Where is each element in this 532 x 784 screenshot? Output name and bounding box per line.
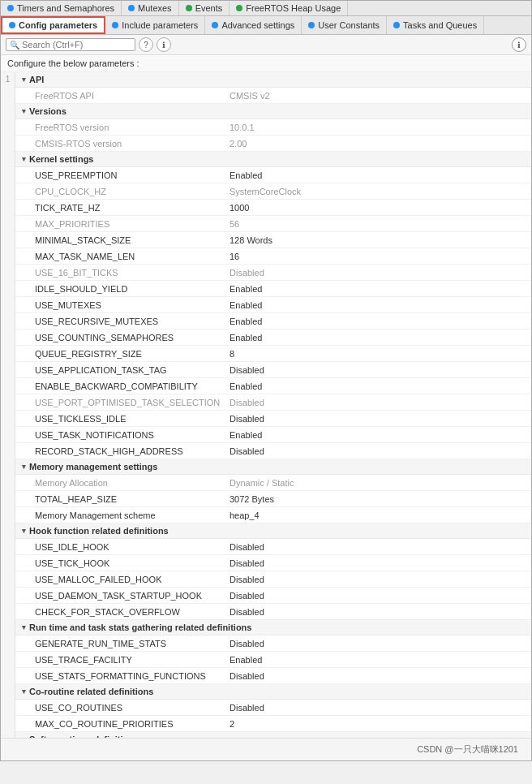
param-value: Enabled xyxy=(230,333,525,342)
tab-dot xyxy=(112,22,118,28)
tab-row-1: Timers and Semaphores Mutexes Events Fre… xyxy=(1,1,531,16)
param-name: MAX_TASK_NAME_LEN xyxy=(35,252,230,261)
param-name: ENABLE_BACKWARD_COMPATIBILITY xyxy=(35,381,230,391)
param-row[interactable]: USE_RECURSIVE_MUTEXESEnabled xyxy=(15,313,531,330)
section-label: Memory management settings xyxy=(29,462,157,472)
param-row[interactable]: USE_IDLE_HOOKDisabled xyxy=(15,539,531,555)
section-header-runtime[interactable]: ▾ Run time and task stats gathering rela… xyxy=(15,620,531,635)
tab-dot xyxy=(7,5,14,11)
param-row[interactable]: CPU_CLOCK_HZSystemCoreClock xyxy=(15,183,531,200)
section-header-memory[interactable]: ▾ Memory management settings xyxy=(15,459,531,475)
tab-dot xyxy=(128,5,135,11)
section-header-hook[interactable]: ▾ Hook function related definitions xyxy=(15,523,531,539)
param-row[interactable]: MAX_TASK_NAME_LEN16 xyxy=(15,248,531,265)
tab-freertos-heap[interactable]: FreeRTOS Heap Usage xyxy=(230,1,348,15)
param-row[interactable]: Memory Management schemeheap_4 xyxy=(15,507,531,523)
param-row[interactable]: RECORD_STACK_HIGH_ADDRESSDisabled xyxy=(15,443,531,459)
param-row[interactable]: MAX_CO_ROUTINE_PRIORITIES2 xyxy=(15,716,531,732)
param-value: Disabled xyxy=(230,558,525,568)
param-row[interactable]: TICK_RATE_HZ1000 xyxy=(15,200,531,216)
param-row[interactable]: USE_16_BIT_TICKSDisabled xyxy=(15,265,531,281)
param-row[interactable]: MAX_PRIORITIES56 xyxy=(15,216,531,232)
section-header-versions[interactable]: ▾ Versions xyxy=(15,104,531,119)
param-row[interactable]: Memory AllocationDynamic / Static xyxy=(15,475,531,491)
param-row[interactable]: USE_TRACE_FACILITYEnabled xyxy=(15,652,531,668)
param-value: SystemCoreClock xyxy=(230,187,525,196)
section-header-api[interactable]: ▾ API xyxy=(15,72,531,88)
tab-include-params[interactable]: Include parameters xyxy=(105,16,205,34)
param-row[interactable]: USE_TICK_HOOKDisabled xyxy=(15,555,531,571)
param-row[interactable]: TOTAL_HEAP_SIZE3072 Bytes xyxy=(15,491,531,507)
footer: CSDN @一只大喵咪1201 xyxy=(1,738,531,760)
info-button-right[interactable]: ℹ xyxy=(512,37,526,52)
param-row[interactable]: USE_TICKLESS_IDLEDisabled xyxy=(15,411,531,427)
param-value: Disabled xyxy=(230,268,525,278)
search-input[interactable] xyxy=(22,40,119,50)
tab-tasks-queues[interactable]: Tasks and Queues xyxy=(387,16,484,34)
param-value: Dynamic / Static xyxy=(230,478,525,488)
param-row[interactable]: USE_TASK_NOTIFICATIONSEnabled xyxy=(15,427,531,443)
section-label: Co-routine related definitions xyxy=(29,687,153,696)
param-name: USE_RECURSIVE_MUTEXES xyxy=(35,317,230,326)
toolbar: 🔍 ? ℹ ℹ xyxy=(1,35,531,55)
param-row[interactable]: FreeRTOS version10.0.1 xyxy=(15,119,531,136)
param-name: USE_IDLE_HOOK xyxy=(35,542,230,552)
param-name: USE_MALLOC_FAILED_HOOK xyxy=(35,575,230,584)
param-row[interactable]: USE_COUNTING_SEMAPHORESEnabled xyxy=(15,330,531,346)
param-value: CMSIS v2 xyxy=(230,91,525,101)
param-row[interactable]: USE_MALLOC_FAILED_HOOKDisabled xyxy=(15,571,531,588)
param-row[interactable]: USE_DAEMON_TASK_STARTUP_HOOKDisabled xyxy=(15,588,531,604)
help-icon-button[interactable]: ? xyxy=(139,37,153,52)
param-row[interactable]: USE_PREEMPTIONEnabled xyxy=(15,167,531,183)
section-header-coroutine[interactable]: ▾ Co-routine related definitions xyxy=(15,684,531,700)
param-value: Disabled xyxy=(230,671,525,681)
param-row[interactable]: USE_APPLICATION_TASK_TAGDisabled xyxy=(15,362,531,378)
param-name: Memory Management scheme xyxy=(35,510,230,520)
tab-config-params[interactable]: Config parameters xyxy=(1,16,105,34)
param-row[interactable]: CMSIS-RTOS version2.00 xyxy=(15,136,531,152)
param-row[interactable]: MINIMAL_STACK_SIZE128 Words xyxy=(15,232,531,248)
param-value: Enabled xyxy=(230,430,525,440)
param-row[interactable]: USE_STATS_FORMATTING_FUNCTIONSDisabled xyxy=(15,668,531,684)
tab-timers-semaphores[interactable]: Timers and Semaphores xyxy=(1,1,122,15)
param-name: MAX_CO_ROUTINE_PRIORITIES xyxy=(35,719,230,729)
tab-advanced-settings[interactable]: Advanced settings xyxy=(205,16,302,34)
param-value: Disabled xyxy=(230,414,525,424)
tab-dot xyxy=(308,22,315,28)
param-row[interactable]: FreeRTOS APICMSIS v2 xyxy=(15,88,531,104)
param-value: Disabled xyxy=(230,591,525,601)
param-row[interactable]: IDLE_SHOULD_YIELDEnabled xyxy=(15,281,531,297)
tab-mutexes[interactable]: Mutexes xyxy=(122,1,179,15)
tab-events[interactable]: Events xyxy=(179,1,230,15)
section-label: Run time and task stats gathering relate… xyxy=(29,622,251,632)
param-value: 1000 xyxy=(230,203,525,213)
param-value: heap_4 xyxy=(230,510,525,520)
tab-dot xyxy=(212,22,218,28)
param-row[interactable]: USE_MUTEXESEnabled xyxy=(15,297,531,313)
param-name: USE_STATS_FORMATTING_FUNCTIONS xyxy=(35,671,230,681)
param-row[interactable]: ENABLE_BACKWARD_COMPATIBILITYEnabled xyxy=(15,378,531,394)
info-circle-button[interactable]: ℹ xyxy=(157,37,171,52)
param-row[interactable]: CHECK_FOR_STACK_OVERFLOWDisabled xyxy=(15,604,531,620)
param-name: USE_PREEMPTION xyxy=(35,170,230,180)
param-name: USE_TICK_HOOK xyxy=(35,558,230,568)
search-box[interactable]: 🔍 xyxy=(6,38,135,51)
param-name: USE_MUTEXES xyxy=(35,300,230,310)
section-header-kernel[interactable]: ▾ Kernel settings xyxy=(15,152,531,167)
chevron-icon: ▾ xyxy=(22,687,26,696)
params-content-area[interactable]: ▾ APIFreeRTOS APICMSIS v2▾ VersionsFreeR… xyxy=(15,72,531,738)
param-value: Disabled xyxy=(230,575,525,584)
param-name: USE_16_BIT_TICKS xyxy=(35,268,230,278)
tab-user-constants[interactable]: User Constants xyxy=(302,16,387,34)
section-label: API xyxy=(29,75,44,84)
chevron-icon: ▾ xyxy=(22,75,26,84)
param-row[interactable]: USE_PORT_OPTIMISED_TASK_SELECTIONDisable… xyxy=(15,394,531,411)
param-value: 8 xyxy=(230,349,525,359)
section-label: Kernel settings xyxy=(29,154,93,164)
param-value: Disabled xyxy=(230,703,525,713)
param-row[interactable]: USE_CO_ROUTINESDisabled xyxy=(15,700,531,716)
section-header-software_timer[interactable]: ▾ Software timer definitions xyxy=(15,732,531,738)
param-name: USE_TRACE_FACILITY xyxy=(35,655,230,665)
param-row[interactable]: GENERATE_RUN_TIME_STATSDisabled xyxy=(15,635,531,652)
param-row[interactable]: QUEUE_REGISTRY_SIZE8 xyxy=(15,346,531,362)
